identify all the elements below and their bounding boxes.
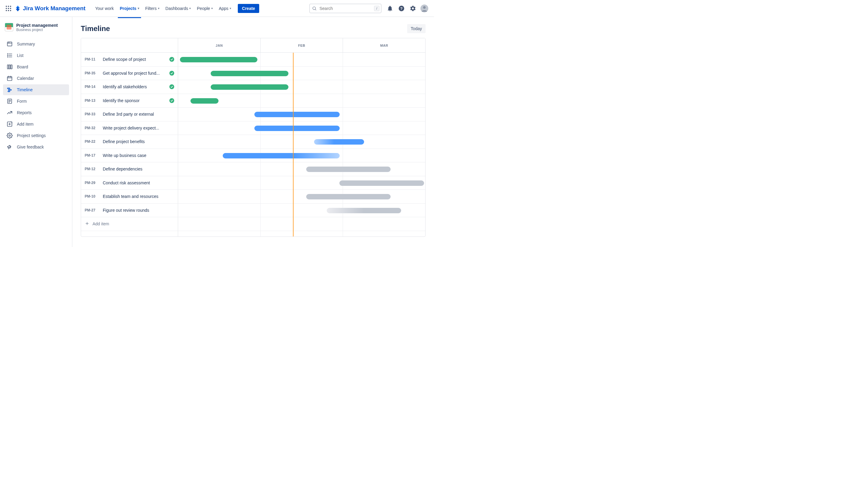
nav-item-your-work[interactable]: Your work: [92, 4, 117, 13]
notifications-icon[interactable]: [385, 4, 395, 13]
timeline-bar[interactable]: [211, 71, 288, 76]
svg-point-9: [313, 7, 316, 10]
timeline-row[interactable]: PM-22Define project benefits: [81, 135, 425, 149]
issue-key[interactable]: PM-10: [85, 194, 98, 198]
timeline-row[interactable]: PM-35Get approval for project fund...: [81, 66, 425, 80]
sidebar-item-list[interactable]: List: [3, 50, 69, 61]
sidebar-item-summary[interactable]: Summary: [3, 39, 69, 50]
timeline-row[interactable]: PM-29Conduct risk assessment: [81, 176, 425, 190]
timeline-bar[interactable]: [254, 126, 340, 131]
chevron-down-icon: ▾: [158, 7, 160, 10]
sidebar-item-board[interactable]: Board: [3, 61, 69, 72]
nav-item-projects[interactable]: Projects▾: [117, 4, 142, 13]
timeline-container: JANFEBMAR PM-11Define scope of projectPM…: [81, 38, 426, 237]
month-header: JAN: [178, 38, 261, 52]
settings-icon[interactable]: [408, 4, 418, 13]
timeline-bar[interactable]: [306, 194, 391, 200]
issue-summary[interactable]: Write project delivery expect...: [103, 126, 174, 130]
svg-rect-27: [7, 77, 12, 80]
top-navigation: Jira Work Management Your workProjects▾F…: [0, 0, 434, 17]
timeline-row[interactable]: PM-12Define dependencies: [81, 163, 425, 176]
issue-summary[interactable]: Write up business case: [103, 153, 174, 158]
calendar-icon: [7, 75, 13, 81]
timeline-bar[interactable]: [211, 84, 288, 90]
issue-key[interactable]: PM-17: [85, 153, 98, 157]
nav-item-label: Your work: [95, 6, 114, 11]
sidebar-item-reports[interactable]: Reports: [3, 107, 69, 118]
nav-item-dashboards[interactable]: Dashboards▾: [163, 4, 194, 13]
timeline-row[interactable]: PM-33Define 3rd party or external: [81, 108, 425, 121]
today-button[interactable]: Today: [407, 24, 426, 33]
nav-item-apps[interactable]: Apps▾: [216, 4, 234, 13]
help-icon[interactable]: ?: [396, 4, 406, 13]
timeline-bar[interactable]: [327, 208, 401, 213]
sidebar-item-label: Reports: [17, 110, 32, 115]
profile-avatar[interactable]: [420, 4, 429, 13]
nav-item-label: People: [197, 6, 210, 11]
issue-summary[interactable]: Figure out review rounds: [103, 208, 174, 213]
reports-icon: [7, 110, 13, 116]
issue-summary[interactable]: Define project benefits: [103, 139, 174, 144]
svg-rect-31: [7, 88, 10, 89]
sidebar-item-label: Calendar: [17, 76, 34, 81]
timeline-row[interactable]: PM-27Figure out review rounds: [81, 204, 425, 217]
sidebar-item-calendar[interactable]: Calendar: [3, 73, 69, 84]
issue-key[interactable]: PM-12: [85, 167, 98, 171]
issue-key[interactable]: PM-11: [85, 57, 98, 61]
timeline-row[interactable]: PM-14Identify all stakeholders: [81, 80, 425, 94]
timeline-bar[interactable]: [314, 139, 364, 145]
app-switcher-icon[interactable]: [5, 5, 12, 12]
nav-item-label: Filters: [145, 6, 157, 11]
timeline-row[interactable]: PM-10Establish team and resources: [81, 190, 425, 204]
timeline-row[interactable]: PM-13Identify the sponsor: [81, 94, 425, 108]
timeline-icon: [7, 87, 13, 93]
issue-summary[interactable]: Identify all stakeholders: [103, 84, 165, 89]
sidebar-item-add-item[interactable]: Add item: [3, 119, 69, 130]
product-logo[interactable]: Jira Work Management: [15, 5, 86, 12]
timeline-bar[interactable]: [306, 167, 391, 172]
issue-key[interactable]: PM-14: [85, 84, 98, 89]
timeline-row[interactable]: PM-11Define scope of project: [81, 53, 425, 66]
nav-item-filters[interactable]: Filters▾: [142, 4, 163, 13]
issue-key[interactable]: PM-33: [85, 112, 98, 116]
search-input[interactable]: [309, 4, 382, 13]
timeline-row[interactable]: PM-32Write project delivery expect...: [81, 121, 425, 135]
timeline-bar[interactable]: [254, 112, 340, 117]
svg-point-41: [9, 135, 11, 136]
issue-summary[interactable]: Get approval for project fund...: [103, 71, 165, 76]
create-button[interactable]: Create: [238, 4, 259, 13]
issue-key[interactable]: PM-29: [85, 181, 98, 185]
timeline-bar[interactable]: [223, 153, 340, 158]
svg-point-7: [8, 10, 9, 11]
issue-key[interactable]: PM-32: [85, 126, 98, 130]
issue-summary[interactable]: Define dependencies: [103, 167, 174, 171]
issue-summary[interactable]: Conduct risk assessment: [103, 180, 174, 185]
sidebar-item-give-feedback[interactable]: Give feedback: [3, 141, 69, 152]
month-header: FEB: [261, 38, 343, 52]
issue-key[interactable]: PM-27: [85, 208, 98, 212]
issue-key[interactable]: PM-22: [85, 139, 98, 144]
issue-key[interactable]: PM-35: [85, 71, 98, 75]
add-item-row[interactable]: Add item: [81, 217, 425, 231]
today-marker: [293, 53, 294, 236]
timeline-row[interactable]: PM-17Write up business case: [81, 149, 425, 163]
main-content: Timeline Today JANFEBMAR PM-11Define sco…: [72, 17, 434, 247]
nav-item-people[interactable]: People▾: [194, 4, 216, 13]
timeline-bar[interactable]: [190, 98, 219, 103]
sidebar-item-form[interactable]: Form: [3, 96, 69, 107]
issue-summary[interactable]: Define 3rd party or external: [103, 112, 174, 117]
sidebar-item-project-settings[interactable]: Project settings: [3, 130, 69, 141]
timeline-bar[interactable]: [339, 180, 424, 186]
issue-summary[interactable]: Establish team and resources: [103, 194, 174, 199]
issue-summary[interactable]: Identify the sponsor: [103, 98, 165, 103]
svg-point-21: [7, 54, 8, 54]
timeline-bar[interactable]: [180, 57, 257, 62]
sidebar-item-label: Board: [17, 64, 28, 69]
done-status-icon: [169, 98, 174, 103]
svg-point-6: [6, 10, 7, 11]
issue-key[interactable]: PM-13: [85, 98, 98, 103]
project-header[interactable]: Project management Business project: [3, 23, 69, 37]
sidebar-item-timeline[interactable]: Timeline: [3, 84, 69, 95]
issue-summary[interactable]: Define scope of project: [103, 57, 165, 62]
nav-item-label: Dashboards: [165, 6, 188, 11]
